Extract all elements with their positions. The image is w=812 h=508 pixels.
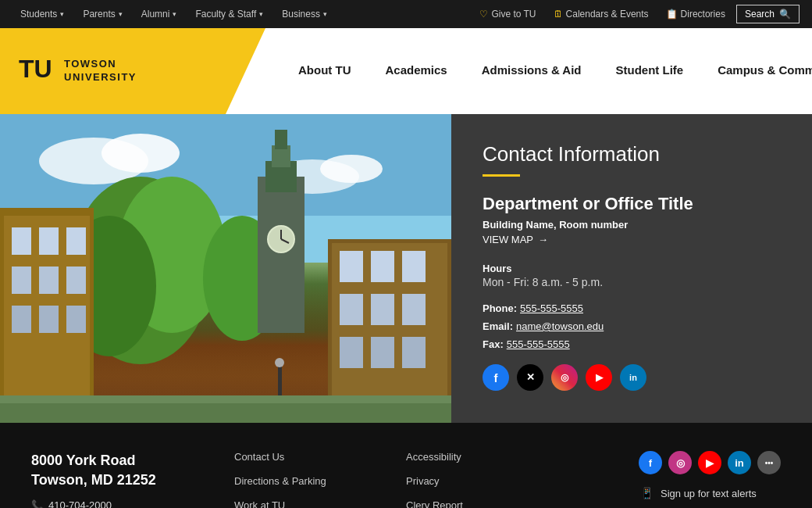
youtube-icon[interactable]: ▶ <box>586 364 612 391</box>
chevron-down-icon: ▾ <box>323 10 327 18</box>
dept-title: Department or Office Title <box>483 194 781 214</box>
hero-section: Contact Information Department or Office… <box>0 114 812 423</box>
fax-line: Fax: 555-555-5555 <box>483 338 781 350</box>
svg-rect-35 <box>371 294 394 325</box>
nav-academics[interactable]: Academics <box>368 28 464 114</box>
phone-label: Phone: <box>483 302 517 314</box>
search-button[interactable]: Search 🔍 <box>736 5 800 23</box>
alumni-nav[interactable]: Alumni ▾ <box>134 0 185 28</box>
fax-label: Fax: <box>483 338 504 350</box>
footer-more-icon[interactable]: ••• <box>757 451 781 474</box>
hours-value: Mon - Fri: 8 a.m. - 5 p.m. <box>483 276 781 288</box>
email-link[interactable]: name@towson.edu <box>516 320 604 332</box>
footer-clery-report-link[interactable]: Clery Report <box>406 499 531 508</box>
footer-accessibility-link[interactable]: Accessibility <box>406 451 531 463</box>
arrow-right-icon: → <box>538 234 548 245</box>
svg-point-5 <box>320 155 383 183</box>
footer-youtube-icon[interactable]: ▶ <box>698 451 721 474</box>
parents-nav[interactable]: Parents ▾ <box>75 0 130 28</box>
footer-directions-link[interactable]: Directions & Parking <box>234 475 359 487</box>
hours-label: Hours <box>483 263 781 274</box>
svg-rect-20 <box>66 306 86 333</box>
footer: 8000 York Road Towson, MD 21252 📞 410-70… <box>0 423 812 508</box>
business-nav[interactable]: Business ▾ <box>274 0 335 28</box>
heart-icon: ♡ <box>479 9 488 20</box>
text-alerts-icon: 📱 <box>639 485 654 501</box>
nav-admissions-aid[interactable]: Admissions & Aid <box>465 28 599 114</box>
chevron-down-icon: ▾ <box>259 10 263 18</box>
chevron-down-icon: ▾ <box>60 10 64 18</box>
svg-rect-39 <box>402 337 426 368</box>
header: TU TOWSON UNIVERSITY About TU Academics … <box>0 28 812 114</box>
nav-about-tu[interactable]: About TU <box>281 28 368 114</box>
footer-privacy-link[interactable]: Privacy <box>406 475 531 487</box>
svg-rect-15 <box>12 267 31 294</box>
students-nav[interactable]: Students ▾ <box>12 0 72 28</box>
svg-rect-13 <box>39 227 59 255</box>
chevron-down-icon: ▾ <box>173 10 176 18</box>
utility-right: ♡ Give to TU 🗓 Calendars & Events 📋 Dire… <box>473 5 800 23</box>
phone-icon: 📞 <box>31 499 44 508</box>
phone-line: Phone: 555-555-5555 <box>483 302 781 314</box>
svg-rect-24 <box>275 130 287 149</box>
svg-rect-34 <box>340 294 363 325</box>
logo-area: TU TOWSON UNIVERSITY <box>0 28 281 114</box>
svg-rect-37 <box>340 337 363 368</box>
give-to-tu-link[interactable]: ♡ Give to TU <box>473 9 542 20</box>
text-alerts-row[interactable]: 📱 Sign up for text alerts <box>639 485 781 501</box>
facebook-icon[interactable]: f <box>483 364 509 391</box>
building-name: Building Name, Room number <box>483 219 781 231</box>
svg-point-3 <box>102 134 180 173</box>
footer-address: 8000 York Road Towson, MD 21252 📞 410-70… <box>31 451 187 508</box>
footer-linkedin-icon[interactable]: in <box>728 451 751 474</box>
email-line: Email: name@towson.edu <box>483 320 781 332</box>
svg-rect-17 <box>66 267 86 294</box>
svg-rect-33 <box>402 251 426 282</box>
faculty-staff-nav[interactable]: Faculty & Staff ▾ <box>187 0 271 28</box>
svg-rect-32 <box>371 251 394 282</box>
footer-links-col-2: Accessibility Privacy Clery Report <box>406 451 531 508</box>
svg-rect-19 <box>39 306 59 333</box>
footer-work-at-tu-link[interactable]: Work at TU <box>234 499 359 508</box>
svg-rect-31 <box>340 251 363 282</box>
footer-links-col-1: Contact Us Directions & Parking Work at … <box>234 451 359 508</box>
footer-facebook-icon[interactable]: f <box>639 451 662 474</box>
x-icon[interactable]: ✕ <box>517 364 543 391</box>
contact-panel: Contact Information Department or Office… <box>451 114 812 423</box>
chevron-down-icon: ▾ <box>119 10 123 18</box>
social-icons: f ✕ ◎ ▶ in <box>483 364 781 391</box>
utility-nav: Students ▾ Parents ▾ Alumni ▾ Faculty & … <box>12 0 335 28</box>
fax-link[interactable]: 555-555-5555 <box>507 338 570 350</box>
footer-contact-us-link[interactable]: Contact Us <box>234 451 359 463</box>
nav-campus-community[interactable]: Campus & Community <box>700 28 812 114</box>
svg-rect-16 <box>39 267 59 294</box>
svg-rect-21 <box>258 177 304 333</box>
email-label: Email: <box>483 320 513 332</box>
logo[interactable]: TU TOWSON UNIVERSITY <box>19 56 137 87</box>
book-icon: 📋 <box>666 9 678 20</box>
phone-link[interactable]: 555-555-5555 <box>520 302 583 314</box>
main-nav: About TU Academics Admissions & Aid Stud… <box>281 28 812 114</box>
svg-rect-14 <box>66 227 86 255</box>
footer-phone[interactable]: 📞 410-704-2000 <box>31 499 187 508</box>
footer-social-col: f ◎ ▶ in ••• 📱 Sign up for text alerts ✈… <box>639 451 781 508</box>
svg-rect-43 <box>0 403 451 423</box>
nav-student-life[interactable]: Student Life <box>599 28 701 114</box>
svg-rect-38 <box>371 337 394 368</box>
directories-link[interactable]: 📋 Directories <box>660 9 732 20</box>
calendars-events-link[interactable]: 🗓 Calendars & Events <box>547 9 655 20</box>
svg-point-41 <box>275 358 284 367</box>
svg-rect-36 <box>402 294 426 325</box>
footer-address-text: 8000 York Road Towson, MD 21252 <box>31 451 187 490</box>
university-name: TOWSON UNIVERSITY <box>64 58 137 84</box>
svg-rect-12 <box>12 227 31 255</box>
search-icon: 🔍 <box>779 9 791 20</box>
instagram-icon[interactable]: ◎ <box>551 364 578 391</box>
calendar-icon: 🗓 <box>554 9 563 20</box>
contact-divider <box>483 174 520 177</box>
footer-instagram-icon[interactable]: ◎ <box>668 451 692 474</box>
footer-social-icons: f ◎ ▶ in ••• <box>639 451 781 474</box>
utility-bar: Students ▾ Parents ▾ Alumni ▾ Faculty & … <box>0 0 812 28</box>
linkedin-icon[interactable]: in <box>620 364 646 391</box>
view-map-link[interactable]: VIEW MAP → <box>483 234 781 245</box>
